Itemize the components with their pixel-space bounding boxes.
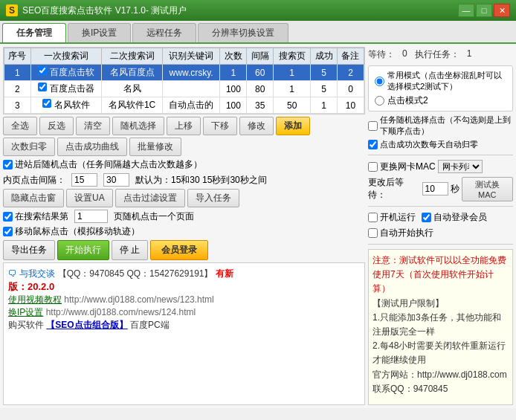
after-change-row: 更改后等待： 秒 测试换MAC [368, 176, 513, 201]
col-num: 序号 [4, 48, 31, 65]
stop-button[interactable]: 停 止 [112, 240, 148, 260]
edit-button[interactable]: 修改 [239, 117, 274, 135]
enter-click-checkbox[interactable] [3, 160, 13, 169]
auto-exec-checkbox[interactable] [368, 228, 378, 238]
interval-note: 默认为：15和30 15秒到30秒之间 [135, 174, 267, 187]
table-cell: 1 [4, 65, 31, 81]
invert-button[interactable]: 反选 [39, 117, 74, 135]
test-mac-button[interactable]: 测试换MAC [462, 177, 513, 201]
col-success: 成功 [311, 48, 338, 65]
daily-reset-checkbox[interactable] [368, 140, 378, 149]
auto-login-checkbox[interactable] [422, 213, 431, 222]
start-exec-button[interactable]: 开始执行 [57, 240, 109, 260]
table-row[interactable]: 2 百度点击器名风10080150 [4, 81, 364, 97]
search-options-row: 在搜索结果第 页随机点击一个页面 [3, 210, 365, 223]
auto-exec-row: 自动开始执行 [368, 227, 513, 239]
chat-link[interactable]: 🗨 与我交谈 [8, 268, 55, 279]
after-change-input[interactable] [422, 182, 448, 196]
import-task-button[interactable]: 导入任务 [187, 189, 239, 207]
close-button[interactable]: ✕ [494, 4, 510, 17]
random-task-checkbox[interactable] [368, 121, 378, 131]
move-down-button[interactable]: 下移 [203, 117, 237, 135]
success-curve-button[interactable]: 点击成功曲线 [57, 138, 127, 156]
minimize-button[interactable]: — [458, 4, 474, 17]
content-area: 序号 一次搜索词 二次搜索词 识别关键词 次数 间隔 搜索页 成功 备注 1 百… [0, 44, 516, 408]
tab-ip[interactable]: 换IP设置 [68, 23, 131, 42]
mode2-radio[interactable] [375, 96, 384, 106]
tab-split[interactable]: 分辨率切换设置 [198, 23, 288, 42]
random-task-option[interactable]: 任务随机选择点击（不勾选则是上到下顺序点击） [368, 114, 513, 137]
change-mac-checkbox[interactable] [368, 162, 378, 172]
nic-select[interactable]: 网卡列表 [438, 160, 483, 173]
table-row[interactable]: 3 名风软件名风软件1C自动点击的1003550110 [4, 97, 364, 114]
add-button[interactable]: 添加 [276, 117, 310, 135]
tab-task[interactable]: 任务管理 [2, 23, 66, 42]
table-cell: 名风软件1C [102, 97, 163, 114]
mobile-mouse-checkbox[interactable] [3, 227, 13, 236]
search-result-option[interactable]: 在搜索结果第 [3, 210, 68, 223]
table-cell: 2 [4, 81, 31, 97]
click-filter-button[interactable]: 点击过滤设置 [115, 189, 185, 207]
set-ua-button[interactable]: 设置UA [66, 189, 113, 207]
video-link-row: 使用视频教程 http://www.dj0188.com/news/123.ht… [8, 294, 360, 306]
select-all-button[interactable]: 全选 [3, 117, 37, 135]
buttons-row1: 全选 反选 清空 随机选择 上移 下移 修改 添加 [3, 117, 365, 135]
table-cell: 10 [337, 97, 364, 114]
mode1-option[interactable]: 常用模式（点击坐标混乱时可以选择模式2测试下） [375, 70, 506, 92]
mode2-option[interactable]: 点击模式2 [375, 94, 506, 107]
clear-button[interactable]: 清空 [76, 117, 110, 135]
search-result-label: 在搜索结果第 [15, 210, 68, 223]
enter-click-option[interactable]: 进站后随机点击（任务间隔越大点击次数越多） [3, 158, 202, 171]
auto-start-option[interactable]: 开机运行 [368, 211, 416, 224]
daily-reset-option[interactable]: 点击成功次数每天自动归零 [368, 139, 513, 150]
col-note: 备注 [337, 48, 364, 65]
table-row[interactable]: 1 百度点击软名风百度点www.crsky.160152 [4, 65, 364, 81]
maximize-button[interactable]: □ [476, 4, 492, 17]
window-controls: — □ ✕ [458, 4, 510, 17]
enter-click-label: 进站后随机点击（任务间隔越大点击次数越多） [15, 158, 202, 171]
table-cell: 0 [337, 81, 364, 97]
mode1-radio[interactable] [375, 77, 384, 86]
random-select-button[interactable]: 随机选择 [112, 117, 164, 135]
video-link[interactable]: 使用视频教程 [8, 294, 62, 305]
auto-start-checkbox[interactable] [368, 213, 378, 222]
status-row: 等待： 0 执行任务： 1 [368, 47, 513, 62]
buy-link[interactable]: 【SEO点击组合版】 [46, 320, 127, 330]
export-task-button[interactable]: 导出任务 [3, 240, 55, 260]
search-page-input[interactable] [74, 210, 108, 223]
member-login-button[interactable]: 会员登录 [150, 240, 208, 260]
options-row2: 内页点击间隔： 默认为：15和30 15秒到30秒之间 [3, 173, 365, 187]
notice-title: 注意：测试软件可以以全功能免费使用7天（首次使用软件开始计算） [373, 253, 509, 297]
info-panel: 🗨 与我交谈 【QQ：9470845 QQ：15427629191】 有新 版：… [3, 262, 365, 405]
table-cell [162, 81, 220, 97]
daily-reset-button[interactable]: 次数归零 [3, 138, 55, 156]
batch-edit-button[interactable]: 批量修改 [129, 138, 181, 156]
search-result-checkbox[interactable] [3, 212, 13, 222]
table-cell: 名风 [102, 81, 163, 97]
app-title: SEO百度搜索点击软件 V17.1.0- 测试用户 [22, 4, 458, 17]
mode2-label: 点击模式2 [387, 94, 428, 107]
buy-note: 百度PC端 [130, 320, 170, 330]
interval1-input[interactable] [71, 173, 97, 187]
change-mac-option[interactable]: 更换网卡MAC [368, 161, 436, 173]
buttons-row2: 次数归零 点击成功曲线 批量修改 [3, 138, 365, 156]
buy-text[interactable]: 购买软件 [8, 320, 44, 330]
notice-limit-text: 【测试用户限制】 [373, 298, 444, 308]
auto-exec-label: 自动开始执行 [380, 227, 433, 239]
auto-exec-option[interactable]: 自动开始执行 [368, 227, 433, 239]
hide-window-button[interactable]: 隐藏点击窗 [3, 189, 64, 207]
notice-item1: 1.只能添加3条任务，其他功能和注册版完全一样 [373, 311, 509, 339]
checkbox-group: 任务随机选择点击（不勾选则是上到下顺序点击） 点击成功次数每天自动归零 [368, 114, 513, 150]
left-panel: 序号 一次搜索词 二次搜索词 识别关键词 次数 间隔 搜索页 成功 备注 1 百… [3, 47, 365, 405]
mobile-mouse-option[interactable]: 移动鼠标点击（模拟移动轨迹） [3, 225, 140, 238]
move-up-button[interactable]: 上移 [167, 117, 201, 135]
auto-login-option[interactable]: 自动登录会员 [422, 211, 487, 224]
ip-link[interactable]: 换IP设置 [8, 307, 43, 317]
interval2-input[interactable] [103, 173, 129, 187]
daily-reset-label: 点击成功次数每天自动归零 [380, 139, 478, 150]
table-cell: 名风百度点 [102, 65, 163, 81]
ip-url: http://www.dj0188.com/news/124.html [46, 307, 196, 317]
table-cell: 2 [337, 65, 364, 81]
tab-remote[interactable]: 远程任务 [132, 23, 196, 42]
after-change-label: 更改后等待： [368, 176, 420, 201]
